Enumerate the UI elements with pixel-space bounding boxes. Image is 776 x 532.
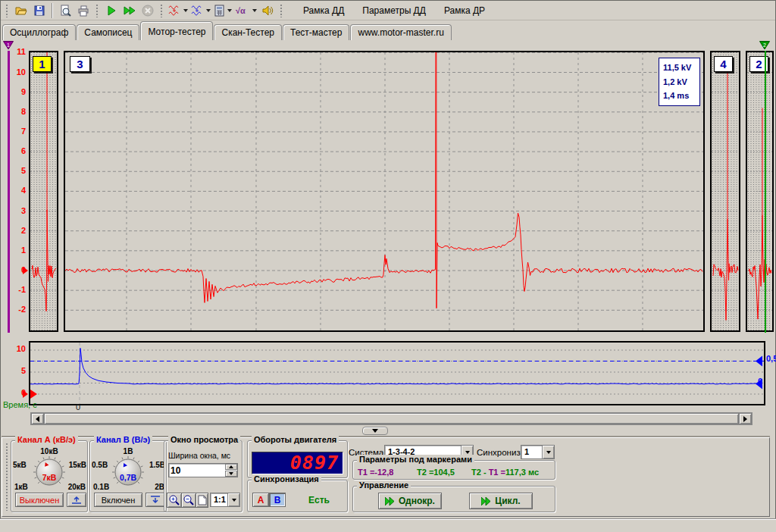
axis-tick-label: -2 xyxy=(0,305,26,314)
viewport-group: Окно просмотра Ширина окна, мс 1:1 xyxy=(164,440,242,512)
axis-tick-label: 6 xyxy=(0,146,26,155)
knob-dial[interactable] xyxy=(31,454,67,490)
control-panel: Канал А (кВ/э) 10кВ 5кВ 15кВ 1кВ 20кВ 7к… xyxy=(2,437,770,517)
dropdown-caret-icon xyxy=(206,9,211,12)
combo-dropdown-button[interactable] xyxy=(227,493,239,506)
move-up-icon xyxy=(70,496,83,504)
menu-ramka-dd[interactable]: Рамка ДД xyxy=(294,2,353,19)
toolbar-grip[interactable] xyxy=(5,4,9,17)
print-button[interactable] xyxy=(74,2,92,19)
scrollbar-thumb[interactable] xyxy=(44,413,739,424)
open-folder-icon xyxy=(15,5,27,17)
tab-label: Мотор-тестер xyxy=(148,27,205,37)
stop-button[interactable] xyxy=(139,2,157,19)
marker-2-handle[interactable]: 2 xyxy=(759,41,771,50)
window-width-label: Ширина окна, мс xyxy=(168,451,230,460)
tab-test-master[interactable]: Тест-мастер xyxy=(283,24,349,40)
overview-panel[interactable] xyxy=(29,341,765,405)
collapse-panel-button[interactable] xyxy=(362,427,388,435)
zoom-in-button[interactable] xyxy=(167,493,182,508)
scroll-right-button[interactable] xyxy=(739,413,752,424)
panel-label-1[interactable]: 1 xyxy=(33,56,52,72)
cylinder-2-waveform xyxy=(747,52,772,330)
menu-parametry-dd[interactable]: Параметры ДД xyxy=(353,2,435,19)
run-cycle-button[interactable]: Цикл. xyxy=(469,493,533,509)
scroll-left-button[interactable] xyxy=(31,413,44,424)
zero-level-arrow xyxy=(23,267,28,274)
zoom-out-button[interactable] xyxy=(181,493,196,508)
formula-menu-button[interactable]: √α xyxy=(233,2,258,19)
cylinder-2-panel[interactable]: 2 xyxy=(746,51,774,332)
tab-scan-tester[interactable]: Скан-Тестер xyxy=(214,24,282,40)
save-icon xyxy=(33,5,45,17)
toolbar-grip[interactable] xyxy=(280,4,283,17)
sync-number-label: Синхрониз. xyxy=(477,448,523,457)
status-bar xyxy=(0,518,776,532)
run-control-group: Управление Однокр. Цикл. xyxy=(352,486,555,512)
sync-channel-b-button[interactable]: В xyxy=(269,493,286,507)
toolbar-grip[interactable] xyxy=(95,4,99,17)
axis-tick-label: 7 xyxy=(0,127,26,136)
sync-number-combo[interactable]: 1 xyxy=(521,445,555,459)
marker-2-line[interactable] xyxy=(765,51,766,333)
channel-a-group: Канал А (кВ/э) 10кВ 5кВ 15кВ 1кВ 20кВ 7к… xyxy=(11,440,88,512)
cylinder-4-panel[interactable]: 4 xyxy=(710,51,740,332)
panel-grip[interactable] xyxy=(5,443,9,511)
cylinder-3-panel[interactable]: 3 11,5 kV 1,2 kV 1,4 ms xyxy=(64,51,705,332)
channel-a-value: 7кВ xyxy=(12,473,86,482)
channel-a-state-button[interactable]: Выключен xyxy=(15,493,64,507)
sound-button[interactable] xyxy=(258,2,277,19)
zoom-ratio-combo[interactable]: 1:1 xyxy=(210,493,240,507)
red-waveform-icon xyxy=(168,5,181,17)
channel-b-position-button[interactable] xyxy=(146,493,165,507)
channel-a-knob[interactable]: 10кВ 5кВ 15кВ 1кВ 20кВ 7кВ xyxy=(12,449,86,492)
marker-1-handle[interactable]: 1 xyxy=(3,41,14,50)
arrow-left-icon xyxy=(36,416,39,422)
print-preview-button[interactable] xyxy=(56,2,74,19)
formula-glyph: √α xyxy=(236,6,246,15)
y-axis: 11109876543210-1-21050 xyxy=(0,0,27,438)
t1-value: Т1 =-12,8 xyxy=(358,468,393,477)
tab-motor-tester[interactable]: Мотор-тестер xyxy=(140,21,213,40)
marker-2-number: 2 xyxy=(763,42,766,48)
panel-label-4[interactable]: 4 xyxy=(714,56,733,72)
move-down-icon xyxy=(149,496,161,504)
channel-b-state-button[interactable]: Включен xyxy=(94,493,142,507)
spin-up-button[interactable] xyxy=(225,464,237,470)
calculator-menu-button[interactable] xyxy=(212,2,233,19)
knob-dial[interactable] xyxy=(110,454,146,490)
run-fast-button[interactable] xyxy=(120,2,139,19)
zoom-out-icon xyxy=(183,494,195,506)
marker-1-line[interactable] xyxy=(8,51,10,333)
axis-tick-label: -1 xyxy=(0,285,26,294)
cylinder-1-panel[interactable]: 1 xyxy=(29,51,58,332)
panel-label-3[interactable]: 3 xyxy=(70,56,90,72)
tab-recorder[interactable]: Самописец xyxy=(77,24,139,40)
signal-a-menu-button[interactable] xyxy=(167,2,189,19)
run-button[interactable] xyxy=(102,2,120,19)
window-width-input[interactable] xyxy=(171,465,224,476)
axis-tick-label: 3 xyxy=(0,206,26,215)
channel-b-title: Канал В (В/э) xyxy=(94,435,152,444)
zoom-in-icon xyxy=(168,494,180,506)
trigger-level-label: 0,5 xyxy=(766,354,776,363)
tab-website[interactable]: www.motor-master.ru xyxy=(350,24,451,40)
dt-part-t2: Т2 - xyxy=(471,468,489,477)
toolbar-grip[interactable] xyxy=(160,4,164,17)
info-burn-time: 1,4 ms xyxy=(663,89,699,103)
combo-dropdown-button[interactable] xyxy=(542,446,554,458)
save-button[interactable] xyxy=(30,2,48,19)
tab-oscillograph[interactable]: Осциллограф xyxy=(2,24,76,40)
horizontal-scrollbar[interactable] xyxy=(30,412,753,425)
spin-down-button[interactable] xyxy=(225,471,237,477)
sync-channel-a-button[interactable]: А xyxy=(252,493,269,507)
channel-b-value: 0,7В xyxy=(91,473,165,482)
channel-a-position-button[interactable] xyxy=(67,493,86,507)
run-cycle-label: Цикл. xyxy=(495,496,520,506)
open-button[interactable] xyxy=(12,2,30,19)
run-once-button[interactable]: Однокр. xyxy=(378,493,442,509)
channel-b-knob[interactable]: 1В 0.5В 1.5В 0.1В 2В 0,7В xyxy=(91,449,165,492)
menu-ramka-dr[interactable]: Рамка ДР xyxy=(435,2,494,19)
new-view-button[interactable] xyxy=(196,493,208,508)
signal-b-menu-button[interactable] xyxy=(189,2,212,19)
